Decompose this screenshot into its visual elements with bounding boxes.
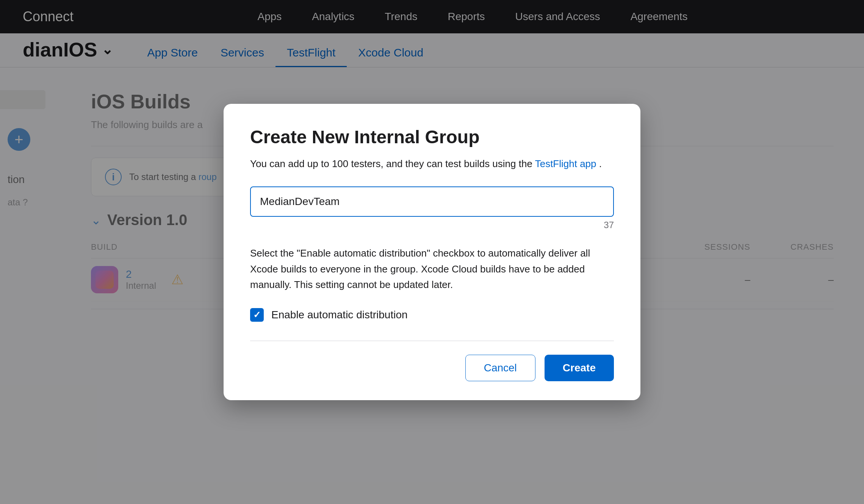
modal-subtitle: You can add up to 100 testers, and they …: [250, 157, 614, 171]
modal-footer: Cancel Create: [250, 355, 614, 381]
testflight-app-link[interactable]: TestFlight app: [535, 158, 596, 169]
checkbox-label[interactable]: Enable automatic distribution: [271, 309, 408, 321]
modal-divider: [250, 341, 614, 341]
modal-overlay: Create New Internal Group You can add up…: [0, 0, 864, 504]
modal-description: Select the "Enable automatic distributio…: [250, 246, 614, 293]
group-name-input[interactable]: [250, 186, 614, 217]
checkbox-row: ✓ Enable automatic distribution: [250, 308, 614, 322]
modal-title: Create New Internal Group: [250, 127, 614, 147]
modal-dialog: Create New Internal Group You can add up…: [224, 104, 640, 400]
create-button[interactable]: Create: [545, 355, 614, 381]
checkmark-icon: ✓: [253, 310, 261, 320]
auto-distribution-checkbox[interactable]: ✓: [250, 308, 264, 322]
char-count: 37: [250, 220, 614, 230]
cancel-button[interactable]: Cancel: [465, 355, 535, 381]
